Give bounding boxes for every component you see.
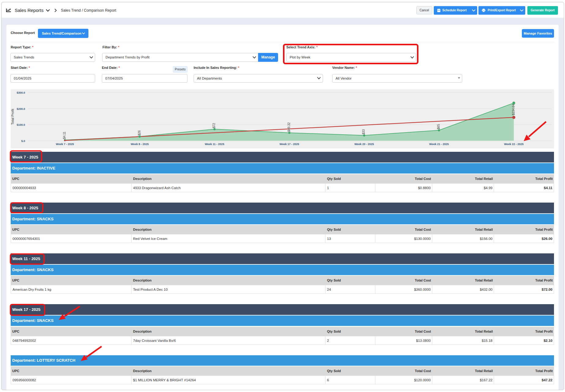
svg-text:Week 7 - 2025: Week 7 - 2025 [56,143,74,146]
svg-text:$4.11: $4.11 [63,131,66,139]
svg-text:$33: $33 [362,129,365,134]
svg-text:$65: $65 [437,124,440,129]
svg-text:Week 20 - 2025: Week 20 - 2025 [354,143,374,146]
svg-text:Total Profit: Total Profit [11,109,14,125]
svg-text:$49.32: $49.32 [287,122,291,132]
svg-text:Week 8 - 2025: Week 8 - 2025 [131,143,149,146]
svg-text:$300.0: $300.0 [17,91,25,94]
svg-text:$234.64: $234.64 [512,104,515,115]
svg-text:Week 21 - 2025: Week 21 - 2025 [429,143,449,146]
svg-text:$200.0: $200.0 [17,107,25,110]
svg-text:$26: $26 [138,130,141,136]
svg-text:Week 17 - 2025: Week 17 - 2025 [280,143,299,146]
svg-text:Week 22 - 2025: Week 22 - 2025 [504,143,524,146]
svg-text:$.0: $.0 [21,140,25,143]
svg-text:$100.0: $100.0 [17,123,25,126]
svg-text:$72: $72 [212,123,216,128]
svg-text:Week 11 - 2025: Week 11 - 2025 [205,143,224,146]
